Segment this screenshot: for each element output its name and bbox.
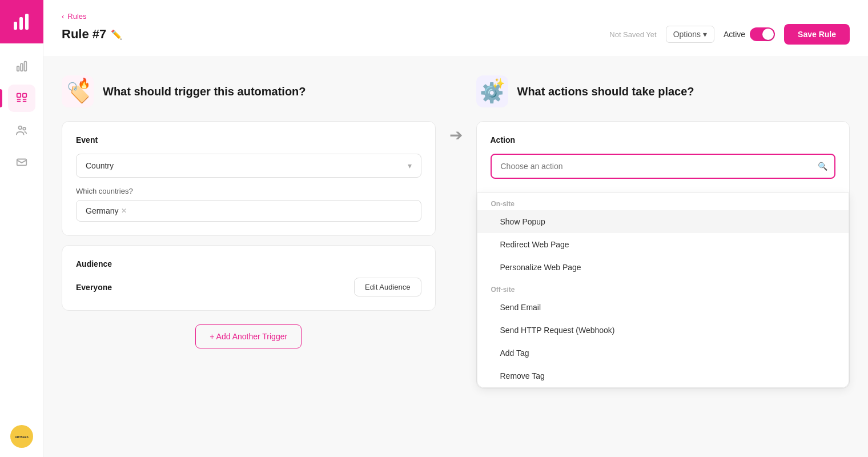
dropdown-item-personalize[interactable]: Personalize Web Page bbox=[477, 256, 849, 279]
breadcrumb-label[interactable]: Rules bbox=[67, 12, 86, 21]
not-saved-label: Not Saved Yet bbox=[609, 30, 656, 39]
action-card-header: Action 🔍 bbox=[477, 122, 850, 193]
action-icon: ⚙️ ✨ bbox=[476, 75, 508, 107]
event-selected-value: Country bbox=[86, 161, 114, 170]
trigger-panel-title: What should trigger this automation? bbox=[103, 85, 306, 98]
sidebar-item-inbox[interactable] bbox=[8, 149, 35, 176]
offsite-group-label: Off-site bbox=[477, 279, 849, 296]
action-search-wrapper: 🔍 bbox=[491, 154, 836, 179]
header: ‹ Rules Rule #7 ✏️ Not Saved Yet Options… bbox=[43, 0, 868, 57]
dropdown-item-add-tag[interactable]: Add Tag bbox=[477, 342, 849, 364]
dropdown-item-remove-tag[interactable]: Remove Tag bbox=[477, 364, 849, 387]
action-panel: ⚙️ ✨ What actions should take place? Act… bbox=[476, 75, 850, 439]
event-select[interactable]: Country ▾ bbox=[76, 154, 421, 178]
toggle-switch[interactable] bbox=[750, 27, 775, 41]
chevron-down-icon: ▾ bbox=[703, 30, 707, 39]
toggle-knob bbox=[762, 29, 774, 40]
which-countries-label: Which countries? bbox=[76, 187, 421, 195]
event-card: Event Country ▾ Which countries? Germany… bbox=[62, 121, 436, 236]
tag-remove-icon[interactable]: ✕ bbox=[121, 207, 127, 215]
tag-text: Germany bbox=[86, 206, 119, 215]
sidebar-bottom: ARTBEES bbox=[10, 425, 33, 457]
add-trigger-button[interactable]: + Add Another Trigger bbox=[195, 324, 302, 348]
countries-tag-input[interactable]: Germany ✕ bbox=[76, 200, 421, 222]
svg-rect-1 bbox=[19, 17, 23, 30]
chevron-left-icon: ‹ bbox=[62, 12, 64, 21]
content: 🏷️ 🔥 What should trigger this automation… bbox=[43, 57, 868, 457]
svg-point-13 bbox=[23, 127, 26, 130]
event-label: Event bbox=[76, 135, 421, 145]
active-toggle: Active bbox=[724, 27, 775, 41]
sidebar-item-audience[interactable] bbox=[8, 117, 35, 144]
trigger-icon: 🏷️ 🔥 bbox=[62, 75, 94, 107]
germany-tag: Germany ✕ bbox=[86, 206, 127, 215]
logo[interactable] bbox=[0, 0, 43, 43]
action-panel-title: What actions should take place? bbox=[517, 85, 694, 98]
audience-row: Everyone Edit Audience bbox=[76, 278, 421, 296]
svg-text:🔥: 🔥 bbox=[78, 77, 91, 90]
svg-rect-2 bbox=[25, 14, 29, 30]
main: ‹ Rules Rule #7 ✏️ Not Saved Yet Options… bbox=[43, 0, 868, 457]
active-label: Active bbox=[724, 30, 745, 39]
action-label: Action bbox=[491, 135, 836, 145]
page-title: Rule #7 ✏️ bbox=[62, 27, 122, 42]
audience-value: Everyone bbox=[76, 283, 112, 292]
arrow-right-icon: ➔ bbox=[449, 126, 463, 145]
header-row: Rule #7 ✏️ Not Saved Yet Options ▾ Activ… bbox=[62, 24, 850, 45]
svg-rect-7 bbox=[22, 94, 26, 97]
sidebar-item-rules[interactable] bbox=[8, 85, 35, 112]
svg-rect-4 bbox=[21, 63, 23, 71]
action-panel-header: ⚙️ ✨ What actions should take place? bbox=[476, 75, 850, 107]
edit-audience-button[interactable]: Edit Audience bbox=[354, 278, 421, 296]
chevron-down-icon: ▾ bbox=[408, 161, 412, 170]
svg-rect-5 bbox=[24, 62, 26, 71]
sidebar: ARTBEES bbox=[0, 0, 43, 457]
dropdown-item-redirect[interactable]: Redirect Web Page bbox=[477, 233, 849, 256]
svg-text:✨: ✨ bbox=[492, 77, 505, 90]
dropdown-item-show-popup[interactable]: Show Popup bbox=[477, 210, 849, 233]
trigger-panel-header: 🏷️ 🔥 What should trigger this automation… bbox=[62, 75, 436, 107]
svg-text:ARTBEES: ARTBEES bbox=[15, 436, 29, 439]
dropdown-item-send-email[interactable]: Send Email bbox=[477, 296, 849, 319]
sidebar-item-analytics[interactable] bbox=[8, 53, 35, 80]
rule-title-text: Rule #7 bbox=[62, 27, 106, 42]
options-label: Options bbox=[673, 30, 701, 39]
search-icon: 🔍 bbox=[818, 162, 827, 171]
arrow-divider: ➔ bbox=[436, 75, 476, 439]
pencil-icon[interactable]: ✏️ bbox=[111, 29, 122, 40]
onsite-group-label: On-site bbox=[477, 193, 849, 210]
svg-rect-0 bbox=[14, 22, 17, 30]
dropdown-item-webhook[interactable]: Send HTTP Request (Webhook) bbox=[477, 319, 849, 342]
action-dropdown-menu: On-site Show Popup Redirect Web Page Per… bbox=[477, 193, 850, 388]
options-button[interactable]: Options ▾ bbox=[666, 26, 714, 43]
breadcrumb[interactable]: ‹ Rules bbox=[62, 12, 850, 21]
trigger-panel: 🏷️ 🔥 What should trigger this automation… bbox=[62, 75, 436, 439]
avatar[interactable]: ARTBEES bbox=[10, 425, 33, 448]
action-search-input[interactable] bbox=[491, 154, 836, 179]
header-actions: Not Saved Yet Options ▾ Active Save Rule bbox=[609, 24, 850, 45]
save-rule-button[interactable]: Save Rule bbox=[784, 24, 850, 45]
svg-point-12 bbox=[18, 126, 22, 130]
action-card: Action 🔍 On-site Show Popup Redirect Web… bbox=[476, 121, 850, 388]
audience-card: Audience Everyone Edit Audience bbox=[62, 245, 436, 311]
audience-label: Audience bbox=[76, 259, 421, 268]
svg-rect-3 bbox=[17, 66, 19, 71]
sidebar-nav bbox=[8, 43, 35, 425]
svg-rect-6 bbox=[17, 94, 20, 97]
